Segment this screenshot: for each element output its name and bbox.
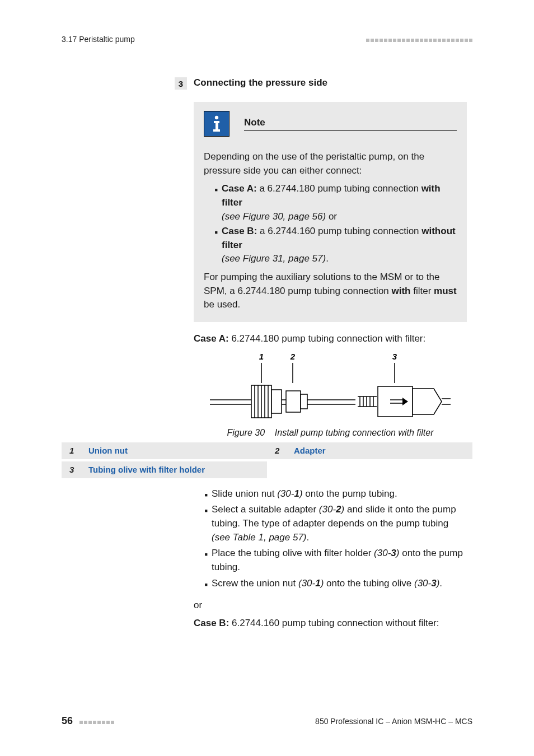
note-outro: For pumping the auxiliary solutions to t…: [204, 270, 457, 312]
footer-left: 56: [62, 715, 114, 727]
case-a-heading: Case A: 6.2744.180 pump tubing connectio…: [194, 332, 467, 346]
instruction-list: Slide union nut (30-1) onto the pump tub…: [194, 487, 467, 590]
figure-30: 1 2 3: [194, 352, 467, 438]
svg-rect-20: [301, 394, 307, 409]
list-item: Slide union nut (30-1) onto the pump tub…: [210, 487, 467, 501]
note-case-b: Case B: a 6.2744.160 pump tubing connect…: [221, 225, 457, 266]
list-item: Place the tubing olive with filter holde…: [210, 547, 467, 574]
note-intro: Depending on the use of the peristaltic …: [204, 150, 457, 178]
info-icon: [204, 111, 229, 137]
figure-caption: Figure 30 Install pump tubing connection…: [194, 428, 467, 438]
svg-text:3: 3: [392, 352, 397, 361]
legend-row-1: 1Union nut 2Adapter: [62, 442, 472, 459]
page-number: 56: [62, 715, 73, 726]
list-item: Screw the union nut (30-1) onto the tubi…: [210, 577, 467, 591]
case-b-heading: Case B: 6.2744.160 pump tubing connectio…: [194, 617, 467, 631]
note-box: Note Depending on the use of the perista…: [194, 102, 467, 322]
step-heading: 3 Connecting the pressure side: [175, 77, 467, 90]
footer-right: 850 Professional IC – Anion MSM-HC – MCS: [315, 717, 472, 726]
legend-row-2: 3Tubing olive with filter holder: [62, 461, 472, 478]
svg-rect-2: [216, 121, 218, 130]
step-title: Connecting the pressure side: [194, 77, 327, 88]
step-number: 3: [175, 77, 187, 90]
svg-point-0: [215, 116, 218, 119]
page-footer: 56 850 Professional IC – Anion MSM-HC – …: [62, 715, 472, 727]
header-ornament: [365, 35, 472, 44]
list-item: Select a suitable adapter (30-2) and sli…: [210, 503, 467, 544]
note-title: Note: [244, 117, 457, 131]
svg-text:2: 2: [290, 352, 296, 361]
section-label: 3.17 Peristaltic pump: [62, 35, 135, 44]
svg-rect-3: [213, 129, 220, 132]
svg-text:1: 1: [259, 352, 264, 361]
or-text: or: [194, 600, 467, 611]
running-header: 3.17 Peristaltic pump: [62, 35, 472, 44]
note-case-a: Case A: a 6.2744.180 pump tubing connect…: [221, 182, 457, 223]
svg-rect-19: [286, 391, 301, 412]
footer-ornament: [78, 717, 114, 726]
svg-rect-18: [271, 390, 282, 413]
